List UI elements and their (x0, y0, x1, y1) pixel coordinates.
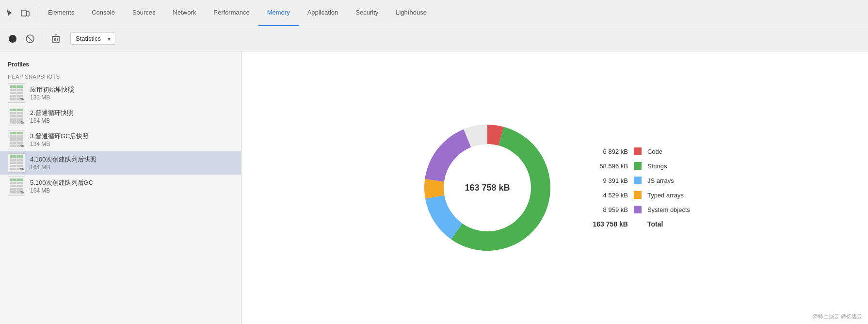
snapshot-name-2: 2.普通循环快照 (30, 109, 233, 117)
profiles-title: Profiles (0, 57, 241, 70)
legend-label-code: Code (647, 148, 662, 155)
legend-color-code (634, 147, 642, 155)
snapshot-name-1: 应用初始堆快照 (30, 85, 233, 94)
legend-item-system-objects: 8 959 kB System objects (584, 206, 690, 213)
content-area: 163 758 kB 6 892 kB Code 58 596 kB Strin… (241, 51, 868, 324)
donut-segment-js-arrays (435, 197, 457, 231)
stop-button[interactable] (23, 32, 37, 46)
snapshot-size-2: 134 MB (30, 117, 233, 124)
record-button[interactable] (6, 32, 19, 46)
nav-icons (4, 7, 37, 19)
tab-lighthouse[interactable]: Lighthouse (387, 0, 435, 26)
svg-line-3 (27, 36, 33, 42)
legend-total-value: 163 758 kB (584, 220, 628, 228)
svg-rect-1 (27, 12, 29, 16)
snapshot-info-1: 应用初始堆快照 133 MB (30, 85, 233, 101)
legend-label-strings: Strings (647, 162, 667, 170)
toolbar-separator (43, 33, 43, 45)
donut-center-label: 163 758 kB (465, 183, 510, 193)
legend-value-typed-arrays: 4 529 kB (584, 192, 628, 199)
main-layout: Profiles HEAP SNAPSHOTS % 应用初始堆快照 133 MB… (0, 51, 868, 324)
snapshot-item-2[interactable]: % 2.普通循环快照 134 MB (0, 105, 241, 128)
snapshot-size-1: 133 MB (30, 94, 233, 101)
legend-color-typed-arrays (634, 191, 642, 199)
snapshot-list: % 应用初始堆快照 133 MB % 2.普通循环快照 134 MB (0, 81, 241, 198)
legend-label-js-arrays: JS arrays (647, 177, 674, 184)
statistics-dropdown-wrapper: Statistics ▼ (70, 32, 115, 45)
snapshot-item-4[interactable]: % 4.100次创建队列后快照 164 MB (0, 151, 241, 175)
tab-performance[interactable]: Performance (205, 0, 258, 26)
legend-value-strings: 58 596 kB (584, 162, 628, 170)
tab-application[interactable]: Application (299, 0, 347, 26)
donut-segment-system-objects (434, 138, 467, 180)
snapshot-size-3: 134 MB (30, 141, 233, 147)
tab-sources[interactable]: Sources (124, 0, 164, 26)
legend-total-label: Total (647, 220, 663, 228)
donut-segment-code (487, 134, 501, 136)
snapshot-info-2: 2.普通循环快照 134 MB (30, 109, 233, 124)
snapshot-icon-1: % (8, 84, 25, 102)
legend-item-code: 6 892 kB Code (584, 147, 690, 155)
tab-network[interactable]: Network (164, 0, 205, 26)
snapshot-item-1[interactable]: % 应用初始堆快照 133 MB (0, 81, 241, 105)
legend-label-system-objects: System objects (647, 206, 690, 213)
top-nav: ElementsConsoleSourcesNetworkPerformance… (0, 0, 868, 26)
statistics-select[interactable]: Statistics (70, 32, 115, 45)
snapshot-size-5: 164 MB (30, 187, 233, 194)
legend-item-strings: 58 596 kB Strings (584, 162, 690, 170)
legend-color-js-arrays (634, 177, 642, 184)
donut-segment-gap (467, 134, 487, 138)
snapshot-item-3[interactable]: % 3.普通循环GC后快照 134 MB (0, 128, 241, 151)
snapshot-size-4: 164 MB (30, 164, 233, 171)
legend-color-strings (634, 162, 642, 170)
tab-memory[interactable]: Memory (258, 0, 299, 26)
snapshot-name-3: 3.普通循环GC后快照 (30, 132, 233, 141)
cursor-icon[interactable] (4, 7, 16, 19)
snapshot-name-5: 5.100次创建队列后GC (30, 178, 233, 187)
legend-value-system-objects: 8 959 kB (584, 206, 628, 213)
legend-color-system-objects (634, 206, 642, 213)
snapshot-icon-4: % (8, 154, 25, 172)
snapshot-info-3: 3.普通循环GC后快照 134 MB (30, 132, 233, 147)
snapshot-icon-5: % (8, 178, 25, 195)
tab-console[interactable]: Console (83, 0, 124, 26)
legend-value-code: 6 892 kB (584, 148, 628, 155)
donut-chart: 163 758 kB (419, 120, 555, 256)
legend-label-typed-arrays: Typed arrays (647, 192, 684, 199)
delete-button[interactable] (49, 32, 63, 46)
snapshot-name-4: 4.100次创建队列后快照 (30, 155, 233, 164)
toolbar: Statistics ▼ (0, 26, 868, 51)
legend-total-row: 163 758 kB Total (584, 220, 690, 228)
device-toggle-icon[interactable] (19, 7, 31, 19)
tab-elements[interactable]: Elements (39, 0, 83, 26)
donut-segment-typed-arrays (434, 180, 435, 197)
watermark: @稀土掘云 @亿速云 (813, 313, 862, 320)
legend-item-js-arrays: 9 391 kB JS arrays (584, 177, 690, 184)
stats-container: 163 758 kB 6 892 kB Code 58 596 kB Strin… (419, 120, 690, 256)
snapshot-icon-2: % (8, 108, 25, 125)
snapshot-icon-3: % (8, 131, 25, 148)
tab-security[interactable]: Security (347, 0, 387, 26)
svg-rect-0 (21, 10, 26, 16)
snapshot-info-5: 5.100次创建队列后GC 164 MB (30, 178, 233, 194)
snapshot-info-4: 4.100次创建队列后快照 164 MB (30, 155, 233, 171)
legend-item-typed-arrays: 4 529 kB Typed arrays (584, 191, 690, 199)
legend: 6 892 kB Code 58 596 kB Strings 9 391 kB… (584, 147, 690, 228)
legend-value-js-arrays: 9 391 kB (584, 177, 628, 184)
nav-tabs: ElementsConsoleSourcesNetworkPerformance… (39, 0, 435, 26)
snapshot-item-5[interactable]: % 5.100次创建队列后GC 164 MB (0, 175, 241, 198)
heap-snapshots-title: HEAP SNAPSHOTS (0, 70, 241, 81)
sidebar: Profiles HEAP SNAPSHOTS % 应用初始堆快照 133 MB… (0, 51, 241, 324)
